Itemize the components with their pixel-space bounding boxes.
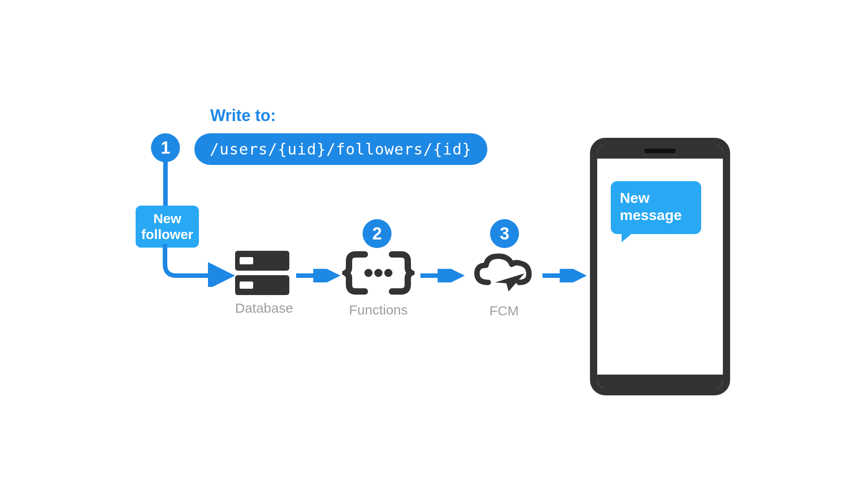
database-label: Database xyxy=(235,300,293,316)
connector-badge1-to-trigger xyxy=(163,160,172,206)
write-path-pill: /users/{uid}/followers/{id} xyxy=(194,133,487,165)
database-node: Database xyxy=(235,251,293,316)
notification-bubble: New message xyxy=(611,181,701,234)
phone-speaker xyxy=(644,149,676,153)
arrow-database-to-functions xyxy=(296,269,341,282)
svg-point-4 xyxy=(384,269,392,277)
trigger-line1: New xyxy=(139,211,195,227)
svg-point-2 xyxy=(364,269,373,277)
step-badge-2: 2 xyxy=(363,219,392,248)
trigger-line2: follower xyxy=(139,227,195,243)
notification-line2: message xyxy=(620,206,692,224)
functions-icon xyxy=(342,251,415,295)
arrow-fcm-to-phone xyxy=(542,269,588,282)
write-to-heading: Write to: xyxy=(210,106,276,125)
functions-label: Functions xyxy=(342,302,415,318)
new-follower-trigger: New follower xyxy=(136,206,199,248)
svg-point-3 xyxy=(374,269,382,277)
functions-node: Functions xyxy=(342,251,415,318)
write-path-text: /users/{uid}/followers/{id} xyxy=(210,140,472,158)
notification-line1: New xyxy=(620,189,692,206)
cloud-send-icon xyxy=(470,251,538,296)
fcm-label: FCM xyxy=(470,303,538,319)
diagram-canvas: Write to: /users/{uid}/followers/{id} 1 … xyxy=(108,61,760,427)
fcm-node: FCM xyxy=(470,251,538,319)
arrow-functions-to-fcm xyxy=(420,269,466,282)
phone-device: New message xyxy=(590,138,730,395)
step-badge-3: 3 xyxy=(490,219,519,248)
step-badge-1: 1 xyxy=(151,133,180,162)
arrow-trigger-to-database xyxy=(160,244,237,287)
database-icon xyxy=(235,251,289,295)
